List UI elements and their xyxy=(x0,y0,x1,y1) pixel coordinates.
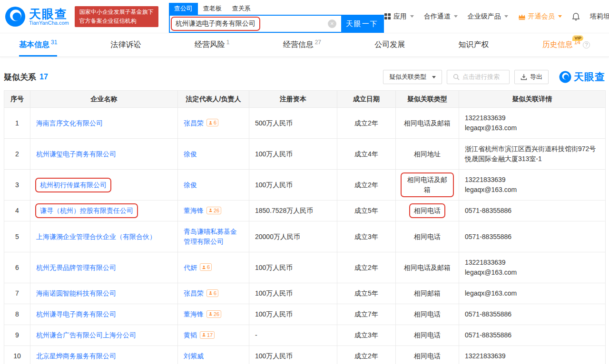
tianyancha-logo[interactable]: 天眼查 TianYanCha.com xyxy=(5,6,69,27)
related-companies-badge[interactable]: 26 xyxy=(206,207,221,214)
registered-capital: 100万人民币 xyxy=(249,283,337,304)
col-header-capital: 注册资本 xyxy=(249,91,337,108)
legal-rep-link[interactable]: 徐俊 xyxy=(184,150,197,158)
company-link[interactable]: 海南言序文化有限公司 xyxy=(36,119,103,127)
relation-details: 0571-88355886 xyxy=(459,201,606,221)
legal-rep-cell: 张昌荣6 xyxy=(178,108,249,139)
company-link[interactable]: 杭州无畏品牌管理有限公司 xyxy=(36,264,116,271)
table-row: 1 海南言序文化有限公司 张昌荣6 500万人民币 成立2年 相同电话及邮箱 1… xyxy=(4,108,606,139)
tab-count: 1 xyxy=(226,39,230,46)
nav-apps-label: 应用 xyxy=(393,12,407,21)
legal-rep-link[interactable]: 张昌荣 xyxy=(184,289,204,297)
tab-business-info[interactable]: 经营信息27 xyxy=(283,33,321,57)
company-link[interactable]: 上海谦漪企业管理合伙企业（有限合伙） xyxy=(36,233,156,240)
row-index: 9 xyxy=(4,325,30,346)
notification-bell[interactable] xyxy=(572,12,580,21)
relation-type: 相同地址 xyxy=(396,139,459,170)
cert-line-2: 官方备案企业征信机构 xyxy=(79,17,154,26)
export-button[interactable]: 导出 xyxy=(514,70,549,84)
nav-user-menu[interactable]: 塔莉坦 xyxy=(590,12,609,21)
legal-rep-cell: 青岛谦喵私募基金管理有限公司 xyxy=(178,221,249,252)
nav-apps[interactable]: 应用 xyxy=(384,12,414,21)
company-link[interactable]: 杭州谦玺电子商务有限公司 xyxy=(36,150,116,158)
established-duration: 成立2年 xyxy=(337,108,396,139)
row-index: 10 xyxy=(4,346,30,364)
legal-rep-link[interactable]: 徐俊 xyxy=(184,181,197,189)
relation-type: 相同电话 xyxy=(396,304,459,325)
certification-badge: 国家中小企业发展子基金旗下 官方备案企业征信机构 xyxy=(75,6,158,27)
person-icon xyxy=(202,333,206,337)
related-companies-badge[interactable]: 6 xyxy=(206,289,218,297)
legal-rep-link[interactable]: 董海锋 xyxy=(184,310,204,318)
related-companies-badge[interactable]: 6 xyxy=(200,263,212,271)
company-link[interactable]: 谦寻（杭州）控股有限责任公司 xyxy=(40,207,133,214)
relation-type: 相同电话 xyxy=(396,346,459,364)
row-index: 1 xyxy=(4,108,30,139)
established-duration: 成立3年 xyxy=(337,325,396,346)
table-row: 5 上海谦漪企业管理合伙企业（有限合伙） 青岛谦喵私募基金管理有限公司 2000… xyxy=(4,221,606,252)
company-cell: 杭州谦玺电子商务有限公司 xyxy=(30,139,178,170)
company-link[interactable]: 海南诺圆智能科技有限公司 xyxy=(36,289,116,297)
tab-intellectual-property[interactable]: 知识产权 xyxy=(458,33,489,57)
tab-count: 31 xyxy=(51,39,57,46)
relation-details: 0571-88355886 xyxy=(459,325,606,346)
search-tab-relation[interactable]: 查关系 xyxy=(227,3,256,15)
row-index: 6 xyxy=(4,252,30,283)
main-content: 疑似关系 17 疑似关联类型 点击进行搜索 导出 天眼查 xyxy=(0,69,609,364)
relation-type-filter[interactable]: 疑似关联类型 xyxy=(383,70,442,84)
company-cell: 谦寻（杭州）控股有限责任公司 xyxy=(30,201,178,221)
established-duration: 成立2年 xyxy=(337,252,396,283)
nav-partner-channel[interactable]: 合作通道 xyxy=(424,12,458,21)
legal-rep-link[interactable]: 青岛谦喵私募基金管理有限公司 xyxy=(184,228,237,245)
legal-rep-link[interactable]: 代妍 xyxy=(184,264,197,271)
help-icon[interactable]: ? xyxy=(583,41,590,48)
search-input[interactable]: 杭州谦选电子商务有限公司 xyxy=(170,16,328,32)
tab-company-development[interactable]: 公司发展 xyxy=(374,33,405,57)
relation-details: 13221833639 xyxy=(459,346,606,364)
related-companies-badge[interactable]: 26 xyxy=(206,310,221,318)
legal-rep-link[interactable]: 董海锋 xyxy=(184,207,204,214)
registered-capital: 1850.7528万人民币 xyxy=(249,201,337,221)
row-index: 4 xyxy=(4,201,30,221)
table-header-row: 序号 企业名称 法定代表人/负责人 注册资本 成立日期 疑似关联类型 疑似关联详… xyxy=(4,91,606,108)
related-companies-badge[interactable]: 17 xyxy=(200,331,215,339)
row-index: 7 xyxy=(4,283,30,304)
search-button[interactable]: 天眼一下 xyxy=(341,16,383,32)
registered-capital: 100万人民币 xyxy=(249,346,337,364)
table-row: 6 杭州无畏品牌管理有限公司 代妍6 100万人民币 成立2年 相同电话及邮箱 … xyxy=(4,252,606,283)
section-title: 疑似关系 17 xyxy=(4,72,48,83)
search-tab-company[interactable]: 查公司 xyxy=(169,3,198,15)
legal-rep-link[interactable]: 张昌荣 xyxy=(184,119,204,127)
company-link[interactable]: 杭州谦合广告有限公司上海分公司 xyxy=(36,331,136,339)
clear-icon[interactable]: × xyxy=(328,19,336,28)
tianyancha-logo-icon xyxy=(559,71,571,83)
company-link[interactable]: 杭州初行传媒有限公司 xyxy=(40,181,107,189)
tab-operational-risk[interactable]: 经营风险1 xyxy=(195,33,230,57)
related-companies-badge[interactable]: 6 xyxy=(206,119,218,126)
tab-history-info[interactable]: 历史信息14 VIP ? xyxy=(542,33,590,57)
tab-basic-info[interactable]: 基本信息31 xyxy=(19,33,57,57)
relation-type: 相同电话及邮箱 xyxy=(396,170,459,201)
legal-rep-link[interactable]: 刘紫威 xyxy=(184,352,204,360)
company-cell: 北京星烨商务服务有限公司 xyxy=(30,346,178,364)
nav-enterprise-products[interactable]: 企业级产品 xyxy=(468,12,508,21)
bell-icon xyxy=(572,12,580,21)
relation-type: 相同电话 xyxy=(396,325,459,346)
legal-rep-cell: 徐俊 xyxy=(178,170,249,201)
established-duration: 成立2年 xyxy=(337,170,396,201)
section-count: 17 xyxy=(39,73,48,81)
tab-legal-proceedings[interactable]: 法律诉讼 xyxy=(111,33,141,57)
table-row: 3 杭州初行传媒有限公司 徐俊 100万人民币 成立2年 相同电话及邮箱 132… xyxy=(4,170,606,201)
company-link[interactable]: 杭州谦寻电子商务有限公司 xyxy=(36,310,116,318)
table-search-input[interactable]: 点击进行搜索 xyxy=(447,70,510,84)
tab-count: 27 xyxy=(315,39,321,46)
search-query-annotation-box: 杭州谦选电子商务有限公司 xyxy=(171,17,260,31)
established-duration: 成立5年 xyxy=(337,201,396,221)
chevron-down-icon xyxy=(410,15,414,18)
registered-capital: 100万人民币 xyxy=(249,170,337,201)
nav-open-membership[interactable]: 开通会员 xyxy=(518,12,562,21)
legal-rep-link[interactable]: 黄韬 xyxy=(184,331,197,339)
search-tab-boss[interactable]: 查老板 xyxy=(198,3,227,15)
company-link[interactable]: 北京星烨商务服务有限公司 xyxy=(36,352,116,360)
table-row: 2 杭州谦玺电子商务有限公司 徐俊 100万人民币 成立4年 相同地址 浙江省杭… xyxy=(4,139,606,170)
